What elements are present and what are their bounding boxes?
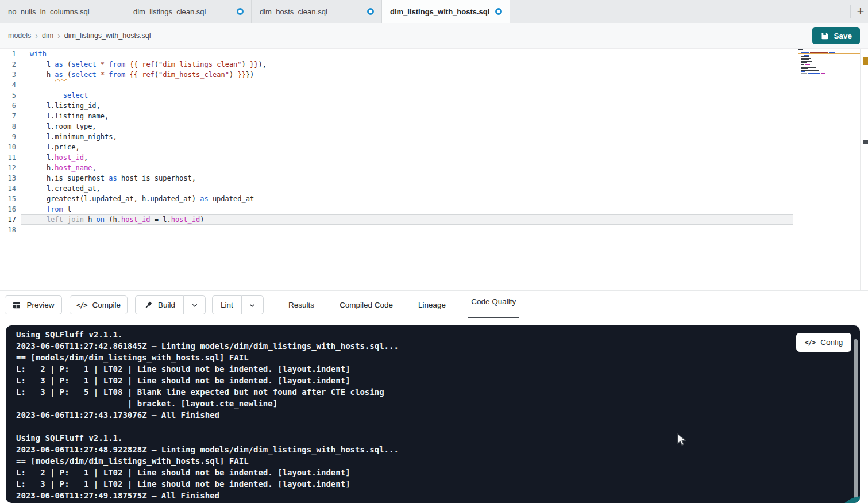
config-button[interactable]: </> Config xyxy=(796,333,851,352)
line-number: 15 xyxy=(0,194,16,204)
tab-results[interactable]: Results xyxy=(285,291,318,318)
lint-dropdown-button[interactable] xyxy=(241,295,264,314)
terminal-line: | bracket. [layout.cte_newline] xyxy=(16,398,860,409)
line-number: 7 xyxy=(0,111,16,121)
lint-button[interactable]: Lint xyxy=(212,295,241,314)
code-text: h as (select * from {{ ref("dim_hosts_cl… xyxy=(16,70,254,80)
table-icon xyxy=(12,301,21,310)
code-text: with xyxy=(16,49,47,59)
line-number: 13 xyxy=(0,173,16,183)
code-text: l.host_id, xyxy=(16,152,88,163)
unsaved-changes-icon xyxy=(237,8,244,15)
compile-label: Compile xyxy=(92,301,121,309)
breadcrumb-item[interactable]: dim_listings_with_hosts.sql xyxy=(64,32,151,40)
build-split-button: Build xyxy=(135,295,206,314)
code-line: 16 from l xyxy=(0,204,868,214)
code-text: l.price, xyxy=(16,142,80,152)
file-tab[interactable]: no_nulls_in_columns.sql xyxy=(0,0,125,23)
code-text: l.listing_id, xyxy=(16,101,101,111)
terminal-line: L: 2 | P: 1 | LT02 | Line should not be … xyxy=(16,363,860,375)
tab-compiled-code[interactable]: Compiled Code xyxy=(336,291,396,318)
build-dropdown-button[interactable] xyxy=(183,295,206,314)
line-number: 3 xyxy=(0,70,16,80)
breadcrumb-separator-icon: › xyxy=(57,31,60,40)
config-label: Config xyxy=(820,338,843,347)
file-tab[interactable]: dim_listings_clean.sql xyxy=(125,0,252,23)
code-text: select xyxy=(16,90,88,101)
breadcrumb-item[interactable]: models xyxy=(8,32,31,40)
line-number: 16 xyxy=(0,204,16,214)
unsaved-changes-icon xyxy=(495,8,502,15)
terminal-line: == [models/dim/dim_listings_with_hosts.s… xyxy=(16,352,860,363)
compile-button[interactable]: </> Compile xyxy=(70,295,128,314)
preview-label: Preview xyxy=(26,301,54,309)
editor-divider xyxy=(860,49,861,290)
code-line: 8 l.room_type, xyxy=(0,121,868,132)
code-text xyxy=(16,225,30,235)
line-number: 18 xyxy=(0,225,16,235)
tab-code-quality[interactable]: Code Quality xyxy=(468,291,519,318)
terminal-line: L: 2 | P: 1 | LT02 | Line should not be … xyxy=(16,467,860,478)
build-label: Build xyxy=(158,301,175,309)
tab-lineage[interactable]: Lineage xyxy=(415,291,449,318)
line-number: 4 xyxy=(0,80,16,90)
terminal-line: 2023-06-06T11:27:43.173076Z — All Finish… xyxy=(16,409,860,421)
new-tab-button[interactable]: + xyxy=(852,3,868,20)
lint-label: Lint xyxy=(221,301,233,309)
save-label: Save xyxy=(834,32,852,40)
line-number: 10 xyxy=(0,142,16,152)
build-button[interactable]: Build xyxy=(135,295,183,314)
file-tab-label: dim_hosts_clean.sql xyxy=(260,7,327,16)
code-line: 13 h.is_superhost as host_is_superhost, xyxy=(0,173,868,183)
code-line: 6 l.listing_id, xyxy=(0,101,868,111)
save-floppy-icon xyxy=(820,32,829,40)
line-number: 8 xyxy=(0,121,16,132)
code-brackets-icon: </> xyxy=(76,301,87,309)
code-line: 10 l.price, xyxy=(0,142,868,152)
code-line: 9 l.minimum_nights, xyxy=(0,132,868,142)
code-editor[interactable]: 1with2 l as (select * from {{ ref("dim_l… xyxy=(0,49,868,290)
file-tab-label: no_nulls_in_columns.sql xyxy=(8,7,90,16)
file-tab-label: dim_listings_with_hosts.sql xyxy=(390,7,489,16)
overview-ruler-scroll-marker xyxy=(863,140,868,144)
line-number: 2 xyxy=(0,59,16,70)
minimap[interactable] xyxy=(798,49,860,83)
terminal-line: 2023-06-06T11:27:49.187575Z — All Finish… xyxy=(16,490,860,501)
file-tab[interactable]: dim_hosts_clean.sql xyxy=(252,0,382,23)
line-number: 12 xyxy=(0,163,16,173)
code-text: h.host_name, xyxy=(16,163,97,173)
breadcrumb: models›dim›dim_listings_with_hosts.sql xyxy=(8,23,151,48)
breadcrumb-item[interactable]: dim xyxy=(42,32,53,40)
terminal-line: L: 3 | P: 5 | LT08 | Blank line expected… xyxy=(16,386,860,398)
terminal-output-panel: Using SQLFluff v2.1.1.2023-06-06T11:27:4… xyxy=(6,325,860,503)
terminal-lines: Using SQLFluff v2.1.1.2023-06-06T11:27:4… xyxy=(6,325,860,501)
minimap-warning-line xyxy=(798,53,860,54)
terminal-line xyxy=(16,421,860,432)
code-text: l.room_type, xyxy=(16,121,97,132)
code-line: 3 h as (select * from {{ ref("dim_hosts_… xyxy=(0,70,868,80)
tabbar-divider xyxy=(850,5,851,18)
file-header-bar: models›dim›dim_listings_with_hosts.sql S… xyxy=(0,23,868,49)
dbt-ide-window: no_nulls_in_columns.sqldim_listings_clea… xyxy=(0,0,868,503)
preview-button[interactable]: Preview xyxy=(5,295,62,314)
terminal-line: Using SQLFluff v2.1.1. xyxy=(16,432,860,444)
terminal-line: == [models/dim/dim_listings_with_hosts.s… xyxy=(16,455,860,467)
file-tab-label: dim_listings_clean.sql xyxy=(133,7,206,16)
code-text: l.listing_name, xyxy=(16,111,109,121)
line-number: 9 xyxy=(0,132,16,142)
terminal-line: 2023-06-06T11:27:42.861845Z — Linting mo… xyxy=(16,340,860,352)
line-number: 11 xyxy=(0,152,16,163)
breadcrumb-separator-icon: › xyxy=(35,31,38,40)
file-tab[interactable]: dim_listings_with_hosts.sql xyxy=(382,0,510,23)
terminal-scrollbar[interactable] xyxy=(854,339,858,503)
code-line: 11 l.host_id, xyxy=(0,152,868,163)
code-line: 2 l as (select * from {{ ref("dim_listin… xyxy=(0,59,868,70)
line-number: 5 xyxy=(0,90,16,101)
code-line: 12 h.host_name, xyxy=(0,163,868,173)
mouse-cursor xyxy=(677,433,688,448)
code-line: 1with xyxy=(0,49,868,59)
code-line: 5 select xyxy=(0,90,868,101)
save-button[interactable]: Save xyxy=(812,27,860,44)
code-line: 7 l.listing_name, xyxy=(0,111,868,121)
code-text: l.created_at, xyxy=(16,183,101,194)
